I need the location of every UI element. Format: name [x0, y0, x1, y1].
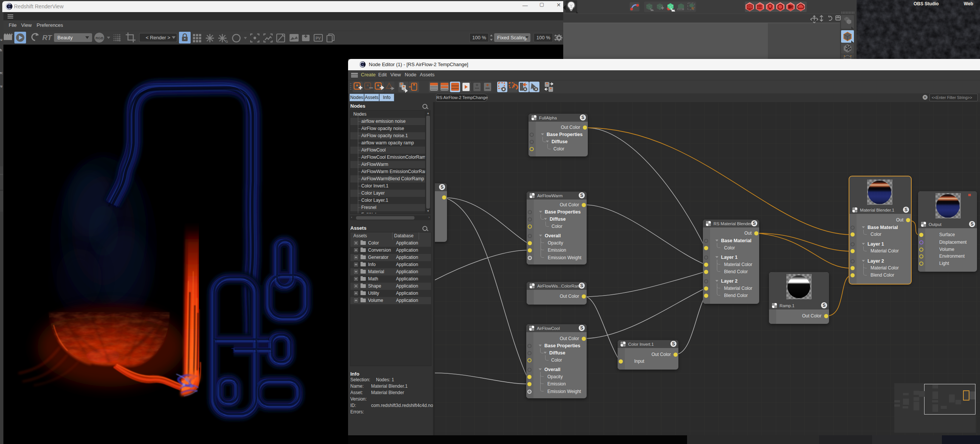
- svg-text:RGB: RGB: [95, 36, 103, 40]
- svg-text:RV: RV: [748, 6, 752, 8]
- svg-text:100 %: 100 %: [472, 35, 486, 40]
- svg-text:Beauty: Beauty: [57, 35, 73, 40]
- svg-text:100 %: 100 %: [536, 35, 550, 40]
- svg-text:G: G: [225, 40, 228, 43]
- svg-text:RT: RT: [42, 34, 52, 42]
- svg-text:< Render >: < Render >: [146, 35, 170, 40]
- svg-text:Fixed Scaling: Fixed Scaling: [497, 35, 527, 40]
- svg-text:PV: PV: [316, 36, 321, 40]
